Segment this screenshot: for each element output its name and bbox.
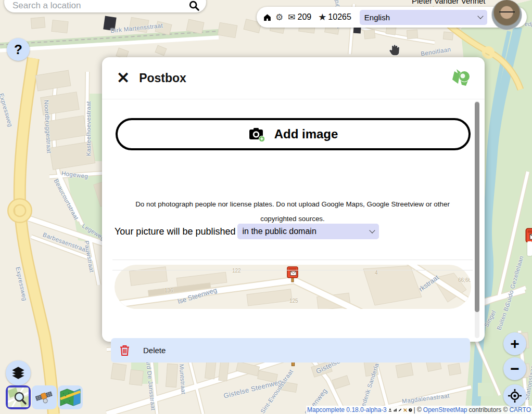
user-stats-icon[interactable] (388, 407, 392, 413)
postbox-marker (286, 266, 299, 282)
close-icon[interactable]: ✕ (117, 70, 130, 86)
attr-contrib: contributors © (469, 406, 508, 413)
gear-icon[interactable]: ⚙ (275, 12, 283, 23)
layers-icon (11, 366, 26, 380)
feature-minimap[interactable]: 122 136 125 4 66;66 lse Steenweg rkstraa… (115, 265, 471, 309)
edge-popup (527, 241, 532, 256)
search-input[interactable] (12, 0, 188, 11)
trash-icon (120, 345, 130, 356)
message-count: 209 (298, 12, 312, 22)
search-icon[interactable] (188, 0, 200, 11)
postbox-dialog: ✕ Postbox Add image Do not photograph pe… (102, 57, 485, 342)
housenumber: 4 (375, 270, 378, 276)
osm-link[interactable]: OpenStreetMap (423, 406, 467, 413)
mapcomplete-version-link[interactable]: Mapcomplete 0.18.0-alpha-3 (307, 406, 387, 413)
zoom-out-button[interactable]: − (503, 357, 526, 380)
crosshair-icon (508, 389, 522, 403)
edit-pencil-icon[interactable] (398, 407, 402, 413)
basemap-osm-button[interactable] (6, 385, 31, 409)
dialog-title: Postbox (139, 71, 450, 85)
zoom-in-button[interactable]: + (503, 332, 526, 355)
divider (112, 270, 473, 270)
housenumber: 136 (164, 288, 173, 293)
osm-map-icon (8, 387, 29, 407)
attr-sep: | © (414, 406, 422, 413)
avatar-glasses (499, 11, 515, 16)
housenumber: 125 (289, 298, 298, 304)
home-icon[interactable] (263, 13, 272, 22)
scrollbar[interactable] (475, 101, 479, 338)
camera-add-icon (248, 126, 266, 142)
license-label: Your picture will be published (115, 226, 235, 237)
delete-button[interactable]: Delete (111, 338, 470, 363)
user-name: Pieter Vander Vennet (412, 0, 486, 5)
chevron-down-icon (370, 227, 375, 233)
help-button[interactable]: ? (7, 38, 30, 61)
basemap-map-button[interactable] (58, 385, 83, 409)
satellite-icon (35, 389, 54, 406)
stats-icon[interactable] (394, 407, 397, 413)
user-panel: ⚙ ✉ 209 ★ 10265 English (257, 7, 527, 28)
housenumber: 122 (232, 268, 241, 274)
street-label: Kasteelhoevestraat (85, 101, 92, 156)
license-row: Your picture will be published in the pu… (115, 224, 379, 239)
mapcomplete-logo-icon (450, 68, 471, 88)
attribution-bar: Mapcomplete 0.18.0-alpha-3 | © OpenStree… (306, 406, 532, 414)
geolocate-button[interactable] (503, 384, 526, 407)
scrollbar-thumb[interactable] (475, 102, 479, 312)
add-image-label: Add image (274, 127, 338, 141)
basemap-satellite-button[interactable] (32, 385, 57, 409)
street-label: edp (525, 21, 532, 27)
search-bar (4, 0, 206, 12)
housenumber: 66;66 (458, 277, 471, 283)
license-select[interactable]: in the public domain (237, 224, 379, 239)
star-icon: ★ (318, 11, 326, 23)
changeset-count: 10265 (328, 12, 351, 22)
chevron-down-icon (477, 13, 483, 19)
hand-cursor (386, 41, 404, 59)
folded-map-icon (60, 389, 81, 406)
dialog-header: ✕ Postbox (102, 57, 485, 99)
add-image-button[interactable]: Add image (116, 118, 471, 150)
carto-link[interactable]: CARTO (509, 406, 531, 413)
language-select[interactable]: English (360, 10, 487, 25)
mail-icon[interactable]: ✉ (288, 12, 295, 23)
delete-label: Delete (143, 346, 166, 355)
divider (112, 260, 473, 260)
josm-icon[interactable] (403, 407, 407, 413)
mapillary-icon[interactable] (409, 407, 412, 413)
dialog-content: Add image Do not photograph people nor l… (102, 99, 485, 342)
avatar[interactable] (491, 0, 522, 30)
image-disclaimer: Do not photograph people nor license pla… (122, 197, 463, 226)
layers-button[interactable] (6, 360, 31, 385)
